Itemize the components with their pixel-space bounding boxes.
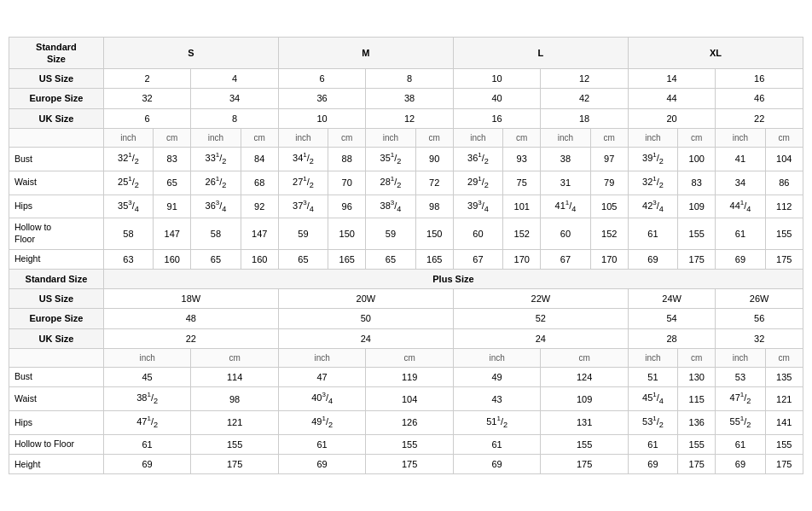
plus-unit-cm-3: cm — [541, 349, 629, 368]
plus-bust-26w-cm: 135 — [765, 368, 803, 387]
hollow-m8-cm: 150 — [415, 218, 453, 249]
plus-hips-18w-inch: 471/2 — [103, 411, 191, 435]
us-10: 10 — [453, 69, 541, 89]
bust-row-standard: Bust 321/2 83 331/2 84 341/2 88 351/2 90… — [9, 148, 803, 171]
bust-xl14-inch: 391/2 — [628, 148, 677, 171]
unit-inch-2: inch — [191, 129, 241, 148]
height-xl14-cm: 175 — [678, 249, 716, 269]
hollow-l12-inch: 60 — [541, 218, 590, 249]
plus-waist-26w-cm: 121 — [765, 387, 803, 411]
us-size-row: US Size 2 4 6 8 10 12 14 16 — [9, 69, 803, 89]
plus-hollow-18w-inch: 61 — [103, 434, 191, 454]
height-l12-cm: 170 — [590, 249, 628, 269]
plus-hollow-22w-inch: 61 — [453, 434, 541, 454]
plus-uk-24a: 24 — [278, 328, 453, 348]
eu-44: 44 — [628, 89, 716, 108]
plus-uk-size-row: UK Size 22 24 24 28 32 — [9, 328, 803, 348]
unit-inch-5: inch — [453, 129, 502, 148]
hollow-xl14-cm: 155 — [678, 218, 716, 249]
hips-l12-inch: 411/4 — [541, 195, 590, 218]
plus-us-18w: 18W — [103, 289, 278, 309]
europe-size-row: Europe Size 32 34 36 38 40 42 44 46 — [9, 89, 803, 108]
europe-size-label: Europe Size — [9, 89, 104, 108]
plus-hollow-label: Hollow to Floor — [9, 434, 104, 454]
plus-unit-cm-2: cm — [366, 349, 454, 368]
plus-unit-inch-1: inch — [103, 349, 191, 368]
height-xl14-inch: 69 — [628, 249, 677, 269]
plus-waist-18w-cm: 98 — [191, 387, 279, 411]
hollow-xl14-inch: 61 — [628, 218, 677, 249]
plus-waist-20w-cm: 104 — [366, 387, 454, 411]
eu-38: 38 — [366, 89, 454, 108]
plus-size-label: Plus Size — [103, 269, 803, 288]
plus-height-22w-cm: 175 — [541, 455, 629, 474]
plus-bust-22w-inch: 49 — [453, 368, 541, 387]
plus-waist-22w-cm: 109 — [541, 387, 629, 411]
uk-20: 20 — [628, 108, 716, 128]
plus-hollow-26w-inch: 61 — [716, 434, 765, 454]
l-header: L — [453, 37, 628, 69]
hips-s2-cm: 91 — [154, 195, 191, 218]
bust-s4-cm: 84 — [241, 148, 278, 171]
hollow-s2-cm: 147 — [154, 218, 191, 249]
waist-xl14-inch: 321/2 — [628, 171, 677, 195]
plus-unit-cm-5: cm — [765, 349, 803, 368]
bust-label: Bust — [9, 148, 104, 171]
hips-xl16-inch: 441/4 — [716, 195, 765, 218]
bust-row-plus: Bust 45 114 47 119 49 124 51 130 53 135 — [9, 368, 803, 387]
hips-xl14-cm: 109 — [678, 195, 716, 218]
hollow-label: Hollow toFloor — [9, 218, 104, 249]
plus-standard-size-label: Standard Size — [9, 269, 104, 288]
bust-s2-cm: 83 — [154, 148, 191, 171]
plus-hollow-18w-cm: 155 — [191, 434, 279, 454]
plus-uk-24b: 24 — [453, 328, 628, 348]
plus-waist-24w-inch: 451/4 — [628, 387, 677, 411]
plus-height-18w-inch: 69 — [103, 455, 191, 474]
waist-m6-cm: 70 — [328, 171, 366, 195]
waist-xl16-inch: 34 — [716, 171, 765, 195]
plus-size-section-header: Standard Size Plus Size — [9, 269, 803, 288]
plus-bust-24w-cm: 130 — [678, 368, 716, 387]
waist-l12-inch: 31 — [541, 171, 590, 195]
unit-inch-8: inch — [716, 129, 765, 148]
bust-xl16-inch: 41 — [716, 148, 765, 171]
waist-s2-cm: 65 — [154, 171, 191, 195]
plus-hips-22w-cm: 131 — [541, 411, 629, 435]
hips-m8-cm: 98 — [415, 195, 453, 218]
hips-l10-inch: 393/4 — [453, 195, 502, 218]
plus-height-24w-inch: 69 — [628, 455, 677, 474]
plus-eu-54: 54 — [628, 309, 716, 328]
unit-inch-1: inch — [103, 129, 153, 148]
unit-cm-2: cm — [241, 129, 278, 148]
hollow-row-plus: Hollow to Floor 61 155 61 155 61 155 61 … — [9, 434, 803, 454]
hollow-xl16-cm: 155 — [765, 218, 803, 249]
plus-uk-32: 32 — [716, 328, 803, 348]
height-label: Height — [9, 249, 104, 269]
plus-unit-cm-1: cm — [191, 349, 279, 368]
eu-42: 42 — [541, 89, 629, 108]
plus-bust-20w-inch: 47 — [278, 368, 366, 387]
plus-hollow-20w-inch: 61 — [278, 434, 366, 454]
uk-8: 8 — [191, 108, 279, 128]
unit-cm-4: cm — [415, 129, 453, 148]
plus-bust-20w-cm: 119 — [366, 368, 454, 387]
bust-xl16-cm: 104 — [765, 148, 803, 171]
bust-xl14-cm: 100 — [678, 148, 716, 171]
hollow-s2-inch: 58 — [103, 218, 153, 249]
plus-bust-label: Bust — [9, 368, 104, 387]
uk-16: 16 — [453, 108, 541, 128]
waist-s4-cm: 68 — [241, 171, 278, 195]
unit-spacer — [9, 129, 104, 148]
hollow-m6-cm: 150 — [328, 218, 366, 249]
uk-22: 22 — [716, 108, 803, 128]
unit-inch-7: inch — [628, 129, 677, 148]
plus-bust-24w-inch: 51 — [628, 368, 677, 387]
hips-s4-inch: 363/4 — [191, 195, 241, 218]
hips-s4-cm: 92 — [241, 195, 278, 218]
height-l10-inch: 67 — [453, 249, 502, 269]
bust-l10-inch: 361/2 — [453, 148, 502, 171]
plus-us-label: US Size — [9, 289, 104, 309]
height-m6-inch: 65 — [278, 249, 328, 269]
m-header: M — [278, 37, 453, 69]
plus-unit-inch-4: inch — [628, 349, 677, 368]
